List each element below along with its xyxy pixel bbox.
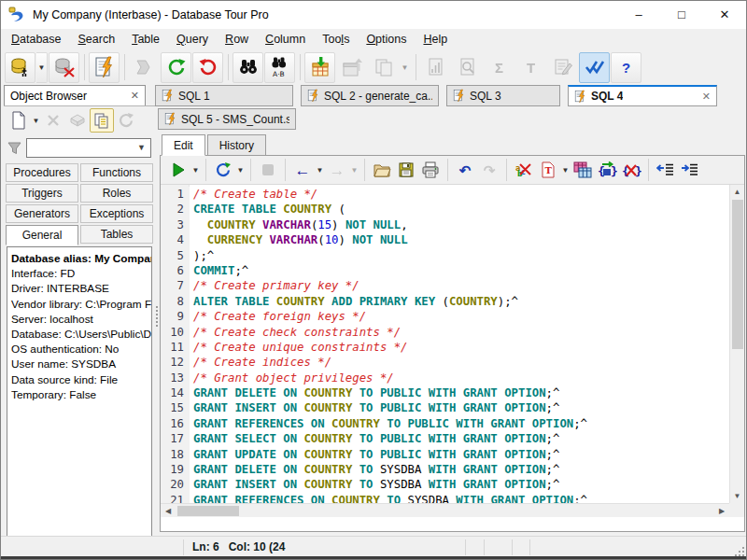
- code-line[interactable]: 20GRANT INSERT ON COUNTRY TO SYSDBA WITH…: [161, 477, 729, 492]
- refresh-button[interactable]: [161, 52, 191, 83]
- object-tab-exceptions[interactable]: Exceptions: [80, 204, 153, 223]
- menu-options[interactable]: Options: [358, 30, 415, 49]
- code-area[interactable]: 1/* Create table */2CREATE TABLE COUNTRY…: [161, 185, 744, 503]
- menu-database[interactable]: Database: [3, 30, 70, 49]
- menu-column[interactable]: Column: [257, 30, 314, 49]
- minimize-button[interactable]: –: [617, 1, 660, 29]
- check-sql-button[interactable]: [579, 52, 610, 83]
- import-button[interactable]: [304, 52, 335, 83]
- code-line[interactable]: 18GRANT UPDATE ON COUNTRY TO PUBLIC WITH…: [161, 447, 729, 462]
- execute-button[interactable]: [129, 52, 160, 83]
- delete-object-button[interactable]: [41, 108, 65, 133]
- forward-dropdown[interactable]: ▼: [349, 158, 359, 182]
- code-line[interactable]: 1/* Create table */: [161, 187, 729, 202]
- run-button[interactable]: [166, 158, 190, 182]
- horizontal-scrollbar[interactable]: ◀ ▶: [161, 503, 744, 517]
- code-line[interactable]: 2CREATE TABLE COUNTRY (: [161, 202, 729, 217]
- indent-button[interactable]: [678, 158, 702, 182]
- stop-button[interactable]: [256, 158, 280, 182]
- code-line[interactable]: 19GRANT DELETE ON COUNTRY TO SYSDBA WITH…: [161, 462, 729, 477]
- undo-query-button[interactable]: [192, 52, 223, 83]
- report-button[interactable]: [420, 52, 451, 83]
- new-object-dropdown[interactable]: ▼: [31, 108, 41, 133]
- vertical-scrollbar[interactable]: ▲ ▼: [729, 185, 744, 503]
- code-line[interactable]: 6COMMIT;^: [161, 263, 729, 278]
- menu-query[interactable]: Query: [168, 30, 217, 49]
- object-tab-tables[interactable]: Tables: [80, 225, 153, 244]
- sql-tab-sql-2-generate-ca-[interactable]: SQL 2 - generate_ca...: [301, 85, 439, 106]
- export-button[interactable]: [336, 52, 367, 83]
- package-button[interactable]: [65, 108, 90, 133]
- copy-to-table-button[interactable]: [571, 158, 595, 182]
- sql-tab-sql-1[interactable]: SQL 1: [155, 85, 293, 106]
- object-tab-generators[interactable]: Generators: [6, 204, 78, 223]
- copy-dropdown[interactable]: ▼: [400, 52, 411, 83]
- back-button[interactable]: ←: [290, 158, 315, 182]
- script-loop-button[interactable]: {}: [595, 158, 619, 182]
- code-line[interactable]: 13/* Grant object privileges */: [161, 371, 729, 385]
- code-line[interactable]: 8ALTER TABLE COUNTRY ADD PRIMARY KEY (CO…: [161, 294, 729, 309]
- code-line[interactable]: 4 CURRENCY VARCHAR(10) NOT NULL: [161, 232, 729, 247]
- execute-script-dropdown[interactable]: ▼: [235, 158, 246, 182]
- code-line[interactable]: 7/* Create primary key */: [161, 278, 729, 293]
- object-filter-combobox[interactable]: ▼: [26, 138, 151, 158]
- menu-help[interactable]: Help: [415, 30, 456, 49]
- sql-tab-sql-5-sms-count-sql[interactable]: SQL 5 - SMS_Count.sql: [158, 108, 296, 130]
- sql-tab-sql-4[interactable]: SQL 4✕: [568, 85, 717, 106]
- undo-button[interactable]: ↶: [453, 158, 477, 182]
- copy-object-button[interactable]: [90, 108, 114, 133]
- execute-script-button[interactable]: [211, 158, 235, 182]
- copy-button[interactable]: [368, 52, 399, 83]
- sql-tab-sql-3[interactable]: SQL 3: [446, 85, 560, 106]
- redo-button[interactable]: ↷: [477, 158, 501, 182]
- resize-grip[interactable]: [733, 545, 744, 556]
- load-text-button[interactable]: T: [536, 158, 560, 182]
- load-text-dropdown[interactable]: ▼: [560, 158, 571, 182]
- code-line[interactable]: 21GRANT REFERENCES ON COUNTRY TO SYSDBA …: [161, 493, 729, 503]
- editor-tab-history[interactable]: History: [207, 134, 266, 156]
- clear-text-button[interactable]: acb: [512, 158, 536, 182]
- print-preview-button[interactable]: [452, 52, 483, 83]
- menu-search[interactable]: Search: [70, 30, 124, 49]
- object-browser-close-icon[interactable]: ✕: [131, 90, 139, 102]
- code-line[interactable]: 12/* Create indices */: [161, 355, 729, 370]
- menu-row[interactable]: Row: [217, 30, 257, 49]
- scroll-up-icon[interactable]: ▲: [730, 185, 744, 199]
- code-line[interactable]: 15GRANT INSERT ON COUNTRY TO PUBLIC WITH…: [161, 400, 729, 415]
- code-line[interactable]: 10/* Create check constraints */: [161, 325, 729, 340]
- code-line[interactable]: 11/* Create unique constraints */: [161, 340, 729, 355]
- editor-tab-edit[interactable]: Edit: [162, 134, 205, 156]
- object-tab-roles[interactable]: Roles: [80, 184, 153, 203]
- new-object-button[interactable]: [7, 108, 31, 133]
- outdent-button[interactable]: [654, 158, 678, 182]
- text-mode-button[interactable]: T: [515, 52, 546, 83]
- sql-editor-button[interactable]: [89, 52, 120, 83]
- script-terminator-button[interactable]: {}: [619, 158, 643, 182]
- code-line[interactable]: 9/* Create foreign keys */: [161, 309, 729, 324]
- edit-memo-button[interactable]: [547, 52, 578, 83]
- save-file-button[interactable]: [394, 158, 418, 182]
- object-browser-header[interactable]: Object Browser ✕: [4, 85, 146, 105]
- refresh-objects-button[interactable]: [114, 108, 138, 133]
- code-line[interactable]: 17GRANT SELECT ON COUNTRY TO PUBLIC WITH…: [161, 431, 729, 446]
- object-tab-general[interactable]: General: [6, 225, 78, 245]
- scroll-left-icon[interactable]: ◀: [161, 504, 176, 518]
- sql-code[interactable]: 1/* Create table */2CREATE TABLE COUNTRY…: [161, 187, 729, 503]
- code-line[interactable]: 5);^: [161, 248, 729, 263]
- scroll-right-icon[interactable]: ▶: [714, 504, 729, 518]
- code-line[interactable]: 14GRANT DELETE ON COUNTRY TO PUBLIC WITH…: [161, 385, 729, 400]
- db-connect-button[interactable]: [5, 52, 35, 83]
- horizontal-scroll-thumb[interactable]: [177, 506, 239, 516]
- menu-tools[interactable]: Tools: [314, 30, 358, 49]
- aggregate-button[interactable]: Σ: [484, 52, 514, 83]
- object-tab-procedures[interactable]: Procedures: [6, 163, 78, 182]
- object-tab-triggers[interactable]: Triggers: [6, 184, 78, 203]
- tab-close-icon[interactable]: ✕: [695, 91, 711, 103]
- code-line[interactable]: 16GRANT REFERENCES ON COUNTRY TO PUBLIC …: [161, 416, 729, 431]
- scroll-down-icon[interactable]: ▼: [730, 489, 744, 503]
- forward-button[interactable]: →: [325, 158, 349, 182]
- menu-table[interactable]: Table: [123, 30, 168, 49]
- maximize-button[interactable]: □: [660, 1, 703, 29]
- back-dropdown[interactable]: ▼: [315, 158, 325, 182]
- find-button[interactable]: [233, 52, 263, 83]
